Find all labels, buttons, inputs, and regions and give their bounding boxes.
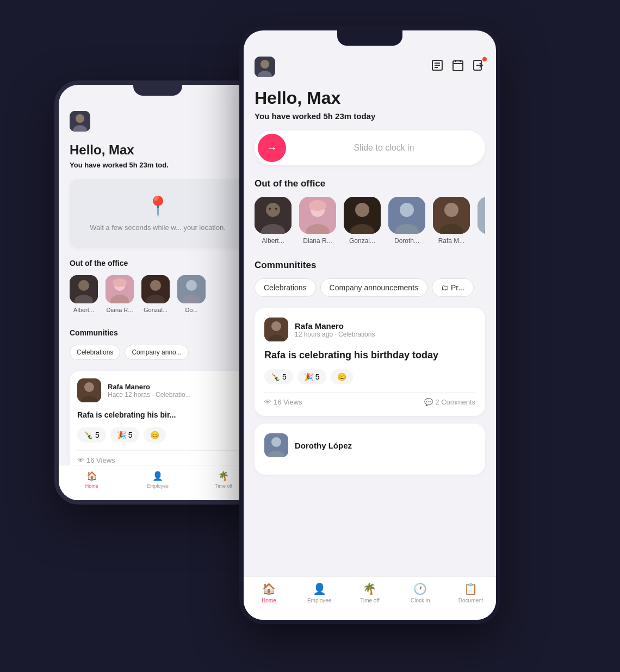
front-reaction-2-count: 5 xyxy=(315,372,320,381)
back-nav-employee[interactable]: 👤 Employee xyxy=(125,471,190,489)
front-post-card-1: Rafa Manero 12 hours ago · Celebrations … xyxy=(255,308,485,416)
front-header xyxy=(244,52,496,82)
front-post2-author: Dorothy López xyxy=(295,441,475,450)
front-clockin-icon: 🕐 xyxy=(413,582,427,595)
back-person-0: Albert... xyxy=(70,275,98,313)
front-post1-meta: Rafa Manero 12 hours ago · Celebrations xyxy=(295,321,475,338)
front-post1-reactions: 🍾 5 🎉 5 😊 xyxy=(264,369,475,384)
front-user-avatar[interactable] xyxy=(255,57,275,77)
back-community-tabs: Celebrations Company anno... xyxy=(70,345,246,360)
front-post2-avatar xyxy=(264,433,288,457)
front-worked: You have worked 5h 23m today xyxy=(255,111,485,121)
svg-point-42 xyxy=(355,203,369,217)
back-person-name-2: Gonzal... xyxy=(144,307,168,313)
back-communities-title: Communities xyxy=(70,328,246,337)
back-reaction-2-count: 5 xyxy=(128,431,133,439)
front-person-0: Albert... xyxy=(255,197,292,245)
back-oof-scroll: Albert... Diana R... Gonza xyxy=(70,275,246,315)
svg-rect-26 xyxy=(453,61,463,71)
back-person-3: Do... xyxy=(177,275,206,313)
back-timeoff-label: Time off xyxy=(215,483,232,489)
back-reaction-1-emoji: 🍾 xyxy=(84,431,93,439)
front-avatar-0 xyxy=(255,197,292,234)
back-post-time: Hace 12 horas · Celebratio... xyxy=(108,391,238,399)
front-timeoff-label: Time off xyxy=(360,598,380,603)
front-nav-employee[interactable]: 👤 Employee xyxy=(294,582,345,603)
front-main: Hello, Max You have worked 5h 23m today … xyxy=(244,82,496,537)
back-post-stats: 👁 16 Views xyxy=(77,450,238,464)
front-reaction-1[interactable]: 🍾 5 xyxy=(264,369,293,384)
front-person-name-0: Albert... xyxy=(262,237,284,245)
tasks-icon[interactable] xyxy=(431,59,444,75)
front-employee-icon: 👤 xyxy=(313,582,326,595)
back-reaction-2[interactable]: 🎉 5 xyxy=(110,427,139,443)
front-person-4: Rafa M... xyxy=(433,197,470,245)
front-notch xyxy=(337,30,402,46)
front-person-name-1: Diana R... xyxy=(303,237,332,245)
back-post-reactions: 🍾 5 🎉 5 😊 xyxy=(77,427,238,443)
svg-point-40 xyxy=(309,200,326,211)
svg-point-4 xyxy=(78,280,89,291)
front-post1-author: Rafa Manero xyxy=(295,321,475,331)
front-employee-label: Employee xyxy=(307,598,331,603)
back-user-avatar[interactable] xyxy=(70,111,90,132)
front-clockin-label: Clock in xyxy=(411,598,430,603)
back-reaction-add[interactable]: 😊 xyxy=(144,427,166,443)
svg-point-20 xyxy=(261,60,269,69)
back-home-icon: 🏠 xyxy=(86,471,97,481)
front-tab-announcements[interactable]: Company announcements xyxy=(320,278,427,297)
front-clock-slider[interactable]: → Slide to clock in xyxy=(255,130,485,165)
back-avatar-0 xyxy=(70,275,98,303)
front-reaction-2-emoji: 🎉 xyxy=(304,372,313,381)
back-person-2: Gonzal... xyxy=(141,275,170,313)
back-eye-icon: 👁 xyxy=(77,456,84,464)
front-home-icon: 🏠 xyxy=(262,582,276,595)
front-slider-btn[interactable]: → xyxy=(258,134,286,162)
back-post-meta: Rafa Manero Hace 12 horas · Celebratio..… xyxy=(108,383,238,399)
back-home-label: Home xyxy=(85,483,98,489)
back-notch xyxy=(133,85,182,96)
back-person-name-1: Diana R... xyxy=(107,307,133,313)
front-nav-document[interactable]: 📋 Document xyxy=(445,582,496,603)
back-tab-announcements[interactable]: Company anno... xyxy=(125,345,188,360)
svg-point-11 xyxy=(150,280,161,291)
back-tab-celebrations[interactable]: Celebrations xyxy=(70,345,120,360)
back-employee-label: Employee xyxy=(147,483,169,489)
front-person-name-3: Doroth... xyxy=(394,237,419,245)
back-person-name-0: Albert... xyxy=(73,307,94,313)
front-nav-home[interactable]: 🏠 Home xyxy=(244,582,294,603)
front-timeoff-icon: 🌴 xyxy=(363,582,376,595)
svg-point-36 xyxy=(275,208,277,210)
front-post1-comments[interactable]: 💬 2 Comments xyxy=(424,398,475,406)
front-tab-projects[interactable]: 🗂 Pr... xyxy=(432,278,474,297)
back-reaction-1-count: 5 xyxy=(95,431,100,439)
svg-point-45 xyxy=(400,203,414,217)
back-reaction-1[interactable]: 🍾 5 xyxy=(77,427,106,443)
svg-point-17 xyxy=(84,382,94,392)
front-post1-header: Rafa Manero 12 hours ago · Celebrations xyxy=(264,318,475,341)
back-nav-home[interactable]: 🏠 Home xyxy=(59,471,125,489)
svg-point-33 xyxy=(266,203,280,217)
front-post2-meta: Dorothy López xyxy=(295,441,475,450)
back-worked: You have worked 5h 23m tod. xyxy=(70,161,246,169)
calendar-icon[interactable] xyxy=(451,59,464,75)
back-oof-title: Out of the office xyxy=(70,259,246,267)
front-nav-clockin[interactable]: 🕐 Clock in xyxy=(395,582,445,603)
exit-icon[interactable] xyxy=(472,59,485,75)
front-header-icons xyxy=(431,59,485,75)
front-communities-title: Communitites xyxy=(255,260,485,271)
front-tab-celebrations[interactable]: Celebrations xyxy=(255,278,316,297)
front-reaction-2[interactable]: 🎉 5 xyxy=(297,369,326,384)
front-document-label: Document xyxy=(458,598,483,603)
front-nav-timeoff[interactable]: 🌴 Time off xyxy=(345,582,395,603)
back-person-1: Diana R... xyxy=(106,275,134,313)
svg-point-1 xyxy=(76,114,84,123)
scene: Hello, Max You have worked 5h 23m tod. 📍… xyxy=(11,15,609,657)
front-reaction-add[interactable]: 😊 xyxy=(331,369,353,384)
svg-point-14 xyxy=(186,280,197,291)
front-post1-avatar xyxy=(264,318,288,341)
back-location-card: 📍 Wait a few seconds while w... your loc… xyxy=(70,179,246,248)
front-smile-add-icon: 😊 xyxy=(337,372,346,381)
front-avatar-1 xyxy=(299,197,336,234)
back-location-pin: 📍 xyxy=(146,195,170,218)
